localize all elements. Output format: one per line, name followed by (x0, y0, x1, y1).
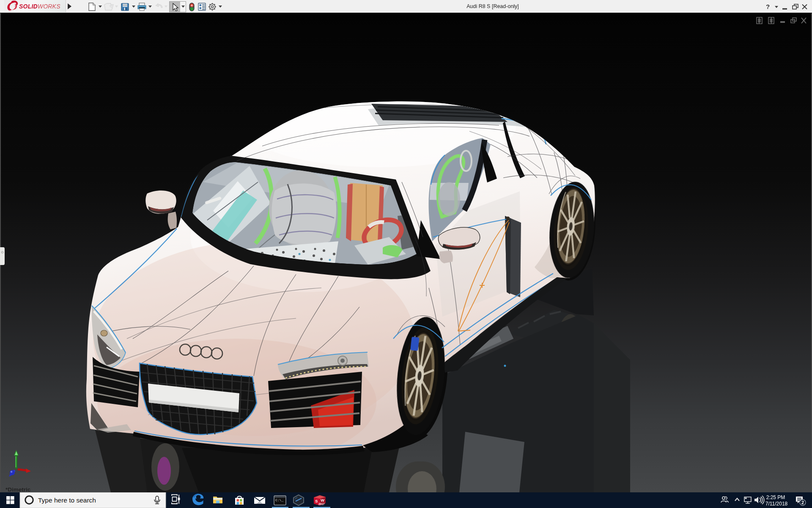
svg-text:2:25 PM: 2:25 PM (766, 494, 785, 500)
svg-text:Type here to search: Type here to search (38, 497, 96, 504)
svg-text:?: ? (766, 3, 770, 10)
svg-text:2017: 2017 (318, 502, 325, 505)
svg-text:S: S (315, 499, 318, 503)
svg-text:*Dimetric: *Dimetric (5, 486, 31, 493)
svg-text:7/11/2018: 7/11/2018 (765, 501, 788, 507)
svg-text:W: W (321, 498, 324, 502)
svg-text:2: 2 (801, 500, 804, 505)
svg-text:C:\_: C:\_ (275, 498, 283, 502)
